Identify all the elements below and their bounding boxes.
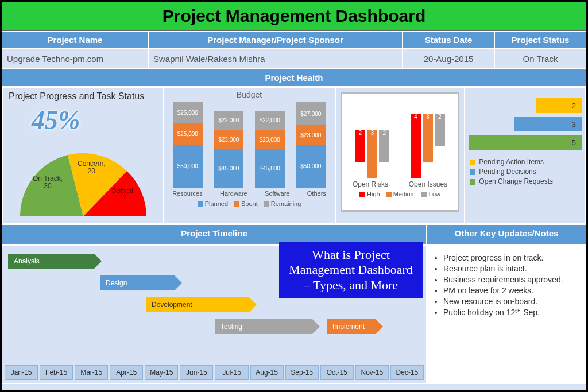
month-cell: Jun-15: [180, 365, 213, 380]
legend-high: High: [367, 191, 380, 197]
budget-cell: $50,000: [173, 145, 203, 188]
budget-cell: $45,000: [214, 149, 243, 188]
panel-budget: Budget $25,000$25,000$50,000 $22,000$23,…: [163, 87, 335, 224]
month-cell: May-15: [145, 365, 178, 380]
pie-label-delayed: Delayed,: [112, 188, 134, 194]
budget-cell: $22,000: [255, 111, 285, 130]
legend-spent: Spent: [241, 200, 258, 207]
side-bars-chart: 2 3 5: [469, 98, 582, 150]
issue-bar: 2: [435, 114, 445, 146]
risk-xlabel: Open Risks: [353, 180, 388, 188]
budget-cell: $23,000: [296, 125, 326, 145]
bar-pending-action: 2: [536, 98, 582, 113]
budget-cell: $23,000: [214, 130, 243, 149]
month-cell: Dec-15: [390, 365, 424, 380]
budget-legend: Planned Spent Remaining: [164, 200, 335, 207]
progress-pie-chart: On Track, 30 Concern, 20 Delayed, 12: [3, 148, 164, 216]
budget-cell: $27,000: [296, 102, 326, 125]
hdr-project-manager: Project Manager/Project Sponsor: [148, 31, 403, 49]
panel-side-metrics: 2 3 5 Pending Action Items Pending Decis…: [465, 87, 586, 224]
budget-cell: $23,000: [255, 130, 285, 149]
legend-medium: Medium: [393, 191, 416, 197]
budget-cell: $25,000: [173, 102, 203, 123]
phase-design: Design: [100, 275, 175, 290]
section-project-health: Project Health: [2, 69, 586, 87]
budget-cell: $25,000: [173, 123, 203, 145]
month-cell: Feb-15: [40, 365, 73, 380]
dashboard-title: Project Management Dashboard: [2, 2, 586, 31]
pie-label-concern: Concern,: [78, 160, 106, 168]
timeline-months: Jan-15 Feb-15 Mar-15 Apr-15 May-15 Jun-1…: [5, 365, 424, 380]
legend-pending-action: Pending Action Items: [479, 158, 544, 166]
phase-testing: Testing: [215, 319, 312, 334]
note-item: Project progress in on track.: [443, 253, 580, 262]
val-status-date: 20-Aug-2015: [403, 49, 494, 69]
budget-cell: $22,000: [214, 111, 243, 130]
note-item: Public holiday on 12ᵗʰ Sep.: [443, 308, 580, 317]
month-cell: Nov-15: [355, 365, 389, 380]
hdr-project-status: Project Status: [494, 31, 586, 49]
pie-label-ontrack: On Track,: [33, 174, 63, 183]
pie-val-concern: 20: [88, 167, 95, 175]
bar-pending-decisions: 3: [514, 117, 582, 131]
pie-val-delayed: 12: [120, 194, 126, 200]
month-cell: Mar-15: [75, 365, 108, 380]
budget-cat: Software: [265, 190, 289, 197]
panel-progress: Project Progress and Task Status 45% On …: [2, 87, 163, 224]
legend-remaining: Remaining: [271, 200, 301, 207]
phase-development: Development: [146, 297, 249, 312]
budget-title: Budget: [164, 88, 335, 102]
legend-pending-decisions: Pending Decisions: [479, 168, 536, 176]
risk-xlabel: Open Issues: [409, 180, 447, 188]
meta-header-row: Project Name Project Manager/Project Spo…: [2, 31, 586, 49]
budget-cat: Resources: [172, 190, 203, 197]
budget-cat: Others: [307, 190, 326, 197]
risk-bar: 2: [379, 130, 389, 162]
month-cell: Sep-15: [285, 365, 319, 380]
note-item: Business requirements approved.: [443, 275, 580, 284]
month-cell: Aug-15: [250, 365, 284, 380]
bar-change-requests: 5: [469, 135, 582, 150]
val-project-status: On Track: [494, 49, 586, 69]
val-project-manager: Swapnil Wale/Rakesh Mishra: [148, 49, 403, 69]
month-cell: Jul-15: [215, 365, 248, 380]
notes-panel: Project progress in on track. Resource p…: [427, 245, 586, 384]
budget-cat: Hardware: [220, 190, 247, 197]
note-item: New resource is on-board.: [443, 297, 580, 306]
budget-chart: $25,000$25,000$50,000 $22,000$23,000$45,…: [167, 102, 331, 188]
side-legend: Pending Action Items Pending Decisions O…: [470, 158, 581, 185]
note-item: PM on leave for 2 weeks.: [443, 286, 580, 295]
meta-value-row: Upgrade Techno-pm.com Swapnil Wale/Rakes…: [2, 49, 586, 69]
hdr-status-date: Status Date: [403, 31, 494, 49]
hdr-project-name: Project Name: [2, 31, 148, 49]
pie-val-ontrack: 30: [44, 182, 51, 190]
progress-percent: 45%: [3, 105, 163, 135]
month-cell: Oct-15: [320, 365, 354, 380]
phase-analysis: Analysis: [8, 254, 94, 269]
legend-planned: Planned: [205, 200, 228, 207]
legend-change-requests: Open Change Requests: [479, 177, 553, 185]
legend-low: Low: [429, 191, 440, 197]
val-project-name: Upgrade Techno-pm.com: [2, 49, 148, 69]
issue-bar: 3: [423, 114, 433, 162]
risk-bar: 2: [355, 130, 365, 162]
note-item: Resource plan is intact.: [443, 264, 580, 273]
month-cell: Jan-15: [5, 365, 38, 380]
issue-bar: 4: [411, 114, 421, 178]
month-cell: Apr-15: [110, 365, 143, 380]
phase-implement: Implement: [327, 319, 376, 334]
risks-chart: 2 3 2 4 3 2: [345, 98, 455, 178]
section-notes: Other Key Updates/Notes: [427, 224, 586, 245]
budget-cell: $45,000: [255, 149, 285, 188]
budget-cell: $50,000: [296, 145, 326, 188]
progress-title: Project Progress and Task Status: [3, 88, 163, 105]
panel-risks-issues: 2 3 2 4 3 2 Open Risks Open Issues High …: [335, 87, 465, 224]
risk-bar: 3: [367, 130, 377, 178]
risk-legend: High Medium Low: [342, 191, 458, 197]
overlay-caption: What is Project Management Dashboard – T…: [279, 242, 423, 298]
